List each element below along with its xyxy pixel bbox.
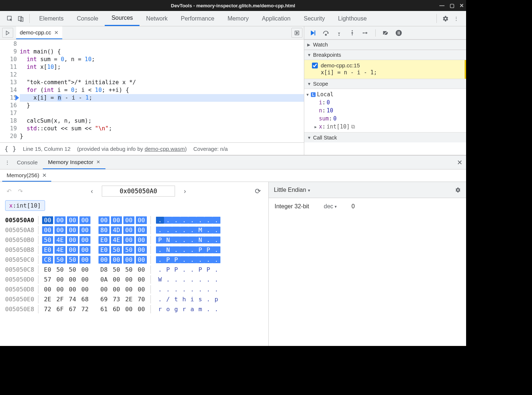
- window-close-icon[interactable]: ✕: [460, 3, 464, 8]
- memory-row[interactable]: 005050E8726F6772616D0000rogram..: [5, 304, 263, 314]
- source-map-note: (provided via debug info by demo-cpp.was…: [77, 146, 187, 152]
- file-navigator-icon[interactable]: [2, 28, 13, 38]
- editor-status-bar: { } Line 15, Column 12 (provided via deb…: [0, 142, 304, 155]
- memory-address-input[interactable]: [102, 186, 175, 197]
- scope-local-group[interactable]: ▼ L Local: [306, 90, 464, 98]
- svg-point-16: [396, 30, 402, 36]
- main-tabbar: ElementsConsoleSourcesNetworkPerformance…: [0, 11, 466, 26]
- svg-rect-7: [315, 30, 315, 35]
- svg-point-12: [352, 30, 353, 31]
- svg-marker-5: [297, 32, 298, 34]
- memory-row[interactable]: 005050B0504E0000E04E0000PN...N..: [5, 235, 263, 245]
- main-tab-sources[interactable]: Sources: [105, 11, 139, 26]
- svg-point-14: [363, 32, 364, 33]
- code-editor[interactable]: int main() { int sum = 0, n = 10; int x[…: [20, 40, 304, 142]
- svg-marker-9: [338, 33, 340, 34]
- main-tab-security[interactable]: Security: [297, 11, 331, 26]
- value-format-selector[interactable]: dec ▾: [324, 203, 337, 210]
- step-icon[interactable]: [361, 28, 370, 38]
- history-forward-icon[interactable]: ↷: [16, 186, 24, 196]
- main-tab-application[interactable]: Application: [255, 11, 297, 26]
- callstack-section-header[interactable]: ▼ Call Stack: [304, 132, 466, 142]
- svg-marker-13: [366, 32, 368, 34]
- scope-var-n[interactable]: n: 10: [306, 107, 464, 115]
- breakpoint-item[interactable]: demo-cpp.cc:15 x[i] = n - i - 1;: [304, 60, 466, 79]
- breakpoints-section-header[interactable]: ▼ Breakpoints: [304, 50, 466, 60]
- watch-section-header[interactable]: ▶ Watch: [304, 40, 466, 50]
- resume-icon[interactable]: [308, 28, 317, 38]
- memory-row[interactable]: 005050C0C850500000000000.PP.....: [5, 255, 263, 265]
- main-tab-elements[interactable]: Elements: [33, 11, 70, 26]
- memory-row[interactable]: 005050B8E04E0000E0505000.N...PP.: [5, 245, 263, 255]
- memory-row[interactable]: 005050A00000000000000000........: [5, 215, 263, 225]
- memory-row[interactable]: 005050A800000000804D0000.....M..: [5, 225, 263, 235]
- svg-marker-11: [351, 32, 353, 33]
- breakpoint-code-line: x[i] = n - i - 1;: [321, 69, 461, 76]
- window-minimize-icon[interactable]: —: [439, 3, 444, 8]
- svg-point-10: [339, 34, 340, 36]
- line-number-gutter[interactable]: 891011121314151617181920: [0, 40, 20, 142]
- debug-toolbar: [304, 26, 466, 40]
- pretty-print-icon[interactable]: { }: [4, 145, 16, 153]
- main-tab-network[interactable]: Network: [139, 11, 174, 26]
- scope-var-x[interactable]: ▶x: int[10]⧉: [306, 123, 464, 131]
- memory-row[interactable]: 005050D80000000000000000........: [5, 284, 263, 294]
- window-maximize-icon[interactable]: ▢: [450, 3, 454, 8]
- close-icon[interactable]: ✕: [96, 159, 100, 165]
- memory-row[interactable]: 005050D0570000000A000000W.......: [5, 275, 263, 284]
- drawer-tab-memory-inspector[interactable]: Memory Inspector ✕: [43, 156, 105, 169]
- value-settings-gear-icon[interactable]: [454, 187, 461, 193]
- source-map-link[interactable]: demo-cpp.wasm: [145, 146, 185, 152]
- device-toggle-icon[interactable]: [15, 11, 26, 26]
- close-icon[interactable]: ✕: [54, 30, 59, 36]
- close-icon[interactable]: ✕: [42, 172, 47, 179]
- page-prev-icon[interactable]: ‹: [89, 187, 95, 195]
- main-tab-performance[interactable]: Performance: [174, 11, 221, 26]
- memory-buffer-tab[interactable]: Memory(256) ✕: [2, 169, 51, 182]
- refresh-icon[interactable]: ⟳: [253, 187, 263, 195]
- deactivate-breakpoints-icon[interactable]: [381, 28, 390, 38]
- svg-rect-18: [399, 31, 400, 34]
- page-next-icon[interactable]: ›: [182, 187, 188, 195]
- chevron-right-icon: ▶: [307, 42, 312, 47]
- more-menu-icon[interactable]: ⋮: [451, 11, 462, 26]
- chevron-down-icon: ▼: [307, 82, 312, 86]
- window-title: DevTools - memory-inspector.glitch.me/de…: [171, 3, 295, 8]
- chevron-down-icon: ▼: [307, 53, 312, 57]
- memory-hex-view[interactable]: 005050A00000000000000000........005050A8…: [5, 215, 263, 314]
- run-snippet-icon[interactable]: [291, 28, 302, 38]
- scope-section-header[interactable]: ▼ Scope: [304, 79, 466, 89]
- memory-highlight-chip[interactable]: x: int[10]: [5, 200, 45, 211]
- svg-rect-17: [398, 31, 399, 34]
- memory-row[interactable]: 005050C8E0505000D8505000.PP..PP.: [5, 265, 263, 275]
- memory-row[interactable]: 005050E02E2F746869732E70./this.p: [5, 294, 263, 304]
- coverage-label: Coverage: n/a: [193, 146, 228, 152]
- history-back-icon[interactable]: ↶: [5, 186, 13, 196]
- main-tab-console[interactable]: Console: [70, 11, 105, 26]
- step-into-icon[interactable]: [334, 28, 344, 38]
- value-type-label: Integer 32-bit: [275, 203, 309, 210]
- main-tab-memory[interactable]: Memory: [221, 11, 255, 26]
- step-over-icon[interactable]: [321, 28, 331, 38]
- file-tab-label: demo-cpp.cc: [20, 29, 51, 36]
- endianness-selector[interactable]: Little Endian ▾: [274, 187, 310, 193]
- file-tab-demo-cpp[interactable]: demo-cpp.cc ✕: [16, 26, 62, 39]
- breakpoint-checkbox[interactable]: [312, 63, 318, 68]
- chevron-down-icon: ▾: [335, 204, 337, 209]
- pause-on-exceptions-icon[interactable]: [394, 28, 403, 38]
- settings-gear-icon[interactable]: [440, 11, 451, 26]
- cursor-position: Line 15, Column 12: [23, 146, 71, 152]
- scope-var-i[interactable]: i: 0: [306, 98, 464, 107]
- chevron-down-icon: ▾: [308, 188, 310, 193]
- drawer-more-icon[interactable]: ⋮: [3, 156, 12, 169]
- main-tab-lighthouse[interactable]: Lighthouse: [331, 11, 373, 26]
- local-badge-icon: L: [311, 92, 316, 97]
- close-drawer-icon[interactable]: ✕: [453, 156, 466, 169]
- chevron-down-icon: ▼: [307, 135, 312, 140]
- drawer-tab-console[interactable]: Console: [12, 156, 43, 169]
- svg-marker-3: [6, 31, 9, 35]
- inspect-element-icon[interactable]: [4, 11, 15, 26]
- chevron-down-icon: ▼: [306, 93, 311, 97]
- scope-var-sum[interactable]: sum: 0: [306, 115, 464, 123]
- step-out-icon[interactable]: [347, 28, 357, 38]
